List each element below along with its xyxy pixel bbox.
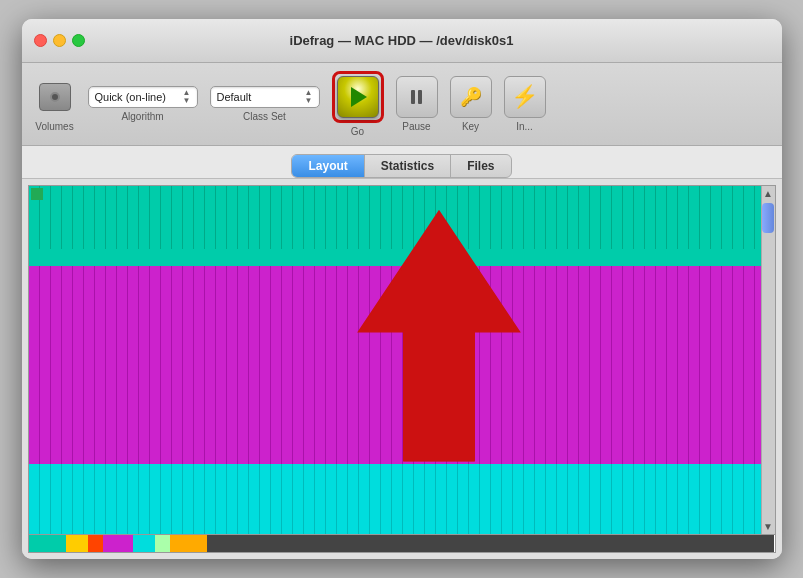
strip-red — [88, 535, 103, 552]
teal-middle-strip — [29, 249, 775, 266]
key-icon: 🔑 — [460, 86, 482, 108]
tab-statistics[interactable]: Statistics — [365, 155, 451, 177]
close-button[interactable] — [34, 34, 47, 47]
scroll-up-arrow[interactable]: ▲ — [761, 186, 775, 201]
minimize-button[interactable] — [53, 34, 66, 47]
algorithm-label: Algorithm — [121, 111, 163, 122]
info-label: In... — [516, 121, 533, 132]
disk-map-container: ▲ ▼ — [28, 185, 776, 535]
scroll-down-arrow[interactable]: ▼ — [761, 519, 775, 534]
play-icon — [351, 87, 367, 107]
algorithm-arrows: ▲▼ — [183, 89, 191, 105]
pause-bar-right — [418, 90, 422, 104]
go-group: Go — [332, 71, 384, 137]
volumes-group: Volumes — [34, 76, 76, 132]
go-button-highlight — [332, 71, 384, 123]
scrollbar-track — [762, 201, 775, 519]
traffic-lights — [34, 34, 85, 47]
toolbar: Volumes Quick (on-line) ▲▼ Algorithm Def… — [22, 63, 782, 146]
go-label: Go — [351, 126, 364, 137]
bottom-strip — [28, 535, 776, 553]
algorithm-select[interactable]: Quick (on-line) ▲▼ — [88, 86, 198, 108]
strip-light-green — [155, 535, 170, 552]
tab-layout[interactable]: Layout — [292, 155, 364, 177]
app-window: iDefrag — MAC HDD — /dev/disk0s1 Volumes… — [22, 19, 782, 559]
window-title: iDefrag — MAC HDD — /dev/disk0s1 — [290, 33, 514, 48]
strip-teal — [29, 535, 66, 552]
hdd-drive-icon — [39, 83, 71, 111]
pause-icon — [411, 90, 422, 104]
tab-area: Layout Statistics Files — [22, 146, 782, 179]
scrollbar-thumb[interactable] — [762, 203, 774, 233]
class-set-value: Default — [217, 91, 252, 103]
class-set-group: Default ▲▼ Class Set — [210, 86, 320, 122]
pause-button[interactable] — [396, 76, 438, 118]
class-set-label: Class Set — [243, 111, 286, 122]
scrollbar: ▲ ▼ — [761, 186, 775, 534]
go-button[interactable] — [337, 76, 379, 118]
key-group: 🔑 Key — [450, 76, 492, 132]
key-button[interactable]: 🔑 — [450, 76, 492, 118]
tab-group: Layout Statistics Files — [291, 154, 511, 178]
class-set-arrows: ▲▼ — [305, 89, 313, 105]
pause-label: Pause — [402, 121, 430, 132]
class-set-select[interactable]: Default ▲▼ — [210, 86, 320, 108]
info-icon: ⚡ — [511, 84, 538, 110]
strip-yellow — [66, 535, 88, 552]
volumes-label: Volumes — [35, 121, 73, 132]
maximize-button[interactable] — [72, 34, 85, 47]
volumes-icon — [34, 76, 76, 118]
content-area: ▲ ▼ — [22, 179, 782, 559]
tab-files[interactable]: Files — [451, 155, 510, 177]
titlebar: iDefrag — MAC HDD — /dev/disk0s1 — [22, 19, 782, 63]
pause-group: Pause — [396, 76, 438, 132]
algorithm-group: Quick (on-line) ▲▼ Algorithm — [88, 86, 198, 122]
teal-corner-block — [31, 188, 43, 200]
magenta-region — [29, 249, 775, 465]
strip-dark — [207, 535, 774, 552]
strip-magenta — [103, 535, 133, 552]
disk-visual — [29, 186, 775, 534]
pause-bar-left — [411, 90, 415, 104]
teal-region — [29, 186, 775, 249]
algorithm-value: Quick (on-line) — [95, 91, 167, 103]
strip-orange — [170, 535, 207, 552]
info-group: ⚡ In... — [504, 76, 546, 132]
magenta-main-block — [29, 266, 775, 464]
cyan-region — [29, 464, 775, 534]
info-button[interactable]: ⚡ — [504, 76, 546, 118]
strip-cyan — [133, 535, 155, 552]
hdd-circle-icon — [50, 92, 60, 102]
key-label: Key — [462, 121, 479, 132]
